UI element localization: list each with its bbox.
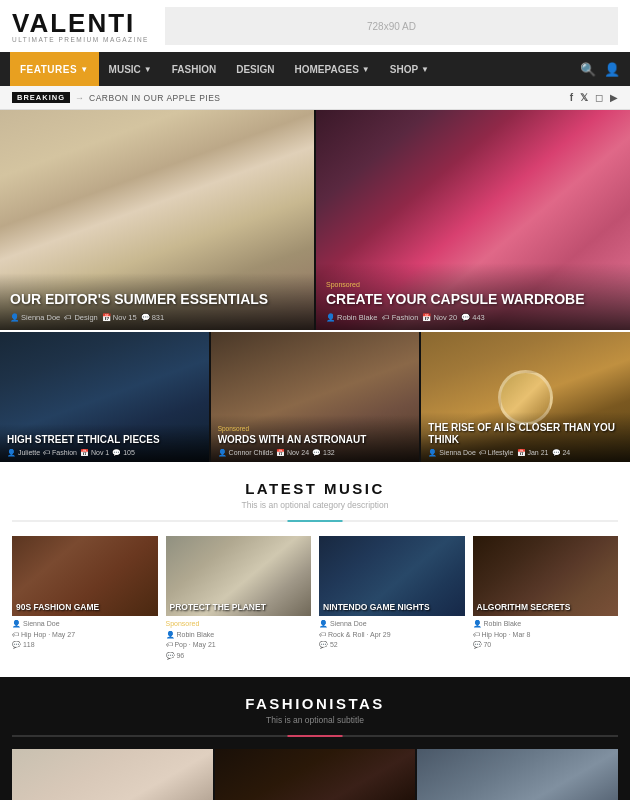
- logo-sub: ULTIMATE PREMIUM MAGAZINE: [12, 36, 149, 43]
- bottom-hero-3[interactable]: THE RISE OF AI IS CLOSER THAN YOU THINK …: [421, 332, 630, 462]
- header: VALENTI ULTIMATE PREMIUM MAGAZINE 728x90…: [0, 0, 630, 52]
- fashion-grid: [12, 749, 618, 800]
- bottom-title-2: WORDS WITH AN ASTRONAUT: [218, 434, 413, 446]
- breaking-arrow: →: [75, 93, 84, 103]
- bottom-hero-1[interactable]: HIGH STREET ETHICAL PIECES 👤 Juliette 🏷 …: [0, 332, 209, 462]
- breaking-bar: BREAKING → CARBON IN OUR APPLE PIES f 𝕏 …: [0, 86, 630, 110]
- music-card-2-title: PROTECT THE PLANET: [170, 602, 308, 612]
- nav-item-features[interactable]: FEATURES▼: [10, 52, 99, 86]
- nav-item-fashion[interactable]: FASHION: [162, 52, 226, 86]
- youtube-icon[interactable]: ▶: [610, 92, 618, 103]
- music-card-3[interactable]: NINTENDO GAME NIGHTS 👤 Sienna Doe 🏷 Rock…: [319, 536, 465, 661]
- latest-music-desc: This is an optional category description: [12, 500, 618, 510]
- main-nav: FEATURES▼ MUSIC▼ FASHION DESIGN HOMEPAGE…: [0, 52, 630, 86]
- latest-music-title: LATEST MUSIC: [12, 480, 618, 497]
- ad-banner: 728x90 AD: [165, 7, 618, 45]
- nav-item-shop[interactable]: SHOP▼: [380, 52, 439, 86]
- bottom-hero-2[interactable]: Sponsored WORDS WITH AN ASTRONAUT 👤 Conn…: [211, 332, 420, 462]
- hero-right[interactable]: Sponsored CREATE YOUR CAPSULE WARDROBE 👤…: [316, 110, 630, 330]
- bottom-title-1: HIGH STREET ETHICAL PIECES: [7, 434, 202, 446]
- music-card-2[interactable]: PROTECT THE PLANET Sponsored 👤 Robin Bla…: [166, 536, 312, 661]
- latest-music-section: LATEST MUSIC This is an optional categor…: [0, 462, 630, 677]
- music-card-4[interactable]: ALGORITHM SECRETS 👤 Robin Blake 🏷 Hip Ho…: [473, 536, 619, 661]
- hero-right-meta: 👤 Robin Blake 🏷 Fashion 📅 Nov 20 💬 443: [326, 313, 620, 322]
- hero-right-tag: Sponsored: [326, 281, 620, 288]
- fashion-item-2[interactable]: [215, 749, 416, 800]
- fashion-item-3[interactable]: [417, 749, 618, 800]
- bottom-tag-2: Sponsored: [218, 425, 413, 432]
- nav-item-design[interactable]: DESIGN: [226, 52, 284, 86]
- hero-grid: OUR EDITOR'S SUMMER ESSENTIALS 👤 Sienna …: [0, 110, 630, 330]
- hero-right-title: CREATE YOUR CAPSULE WARDROBE: [326, 291, 620, 308]
- music-card-1[interactable]: 90S FASHION GAME 👤 Sienna Doe 🏷 Hip Hop …: [12, 536, 158, 661]
- music-card-1-title: 90S FASHION GAME: [16, 602, 154, 612]
- nav-item-homepages[interactable]: HOMEPAGES▼: [285, 52, 380, 86]
- twitter-icon[interactable]: 𝕏: [580, 92, 588, 103]
- fashion-item-1[interactable]: [12, 749, 213, 800]
- social-icons: f 𝕏 ◻ ▶: [570, 92, 618, 103]
- logo-main: VALENTI: [12, 10, 149, 36]
- user-icon[interactable]: 👤: [604, 62, 620, 77]
- fashionistas-title: FASHIONISTAS: [12, 695, 618, 712]
- music-card-3-title: NINTENDO GAME NIGHTS: [323, 602, 461, 612]
- search-icon[interactable]: 🔍: [580, 62, 596, 77]
- bottom-title-3: THE RISE OF AI IS CLOSER THAN YOU THINK: [428, 422, 623, 446]
- hero-left[interactable]: OUR EDITOR'S SUMMER ESSENTIALS 👤 Sienna …: [0, 110, 314, 330]
- bottom-hero-grid: HIGH STREET ETHICAL PIECES 👤 Juliette 🏷 …: [0, 332, 630, 462]
- fashionistas-section: FASHIONISTAS This is an optional subtitl…: [0, 677, 630, 800]
- breaking-label: BREAKING: [12, 92, 70, 103]
- hero-left-meta: 👤 Sienna Doe 🏷 Design 📅 Nov 15 💬 831: [10, 313, 304, 322]
- music-card-4-title: ALGORITHM SECRETS: [477, 602, 615, 612]
- facebook-icon[interactable]: f: [570, 92, 573, 103]
- logo[interactable]: VALENTI ULTIMATE PREMIUM MAGAZINE: [12, 10, 149, 43]
- fashionistas-header: FASHIONISTAS This is an optional subtitl…: [12, 695, 618, 737]
- breaking-text: CARBON IN OUR APPLE PIES: [89, 93, 570, 103]
- fashionistas-desc: This is an optional subtitle: [12, 715, 618, 725]
- hero-left-title: OUR EDITOR'S SUMMER ESSENTIALS: [10, 291, 304, 308]
- latest-music-header: LATEST MUSIC This is an optional categor…: [12, 480, 618, 522]
- nav-item-music[interactable]: MUSIC▼: [99, 52, 162, 86]
- music-cards-grid: 90S FASHION GAME 👤 Sienna Doe 🏷 Hip Hop …: [12, 536, 618, 661]
- instagram-icon[interactable]: ◻: [595, 92, 603, 103]
